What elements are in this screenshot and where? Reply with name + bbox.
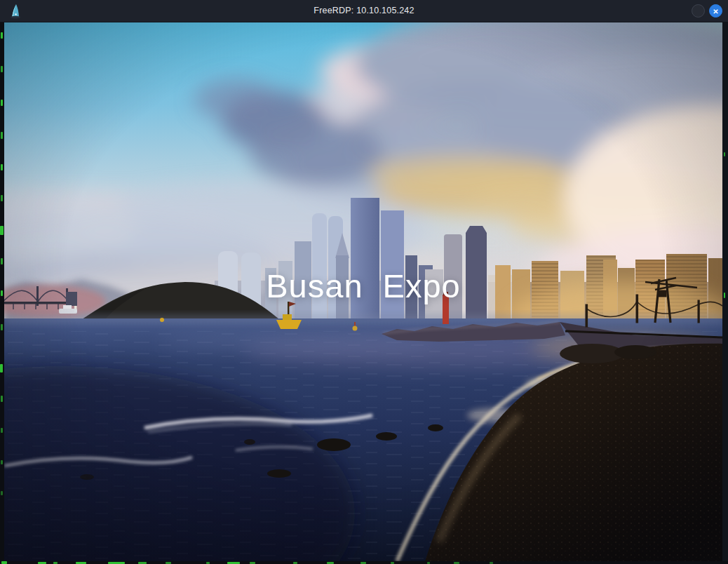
- window-titlebar[interactable]: FreeRDP: 10.10.105.242 ✕: [0, 0, 728, 22]
- close-button[interactable]: ✕: [709, 4, 722, 18]
- minimize-button[interactable]: [692, 4, 705, 18]
- freerdp-window: FreeRDP: 10.10.105.242 ✕: [0, 0, 728, 564]
- background-terminal-sliver-bottom[interactable]: [0, 561, 728, 564]
- window-title: FreeRDP: 10.10.105.242: [0, 0, 728, 22]
- remote-desktop-viewport[interactable]: Busan Expo: [4, 22, 722, 561]
- lock-screen-caption: Busan Expo: [266, 269, 460, 302]
- window-border-right: [722, 22, 728, 561]
- window-controls: ✕: [692, 4, 722, 18]
